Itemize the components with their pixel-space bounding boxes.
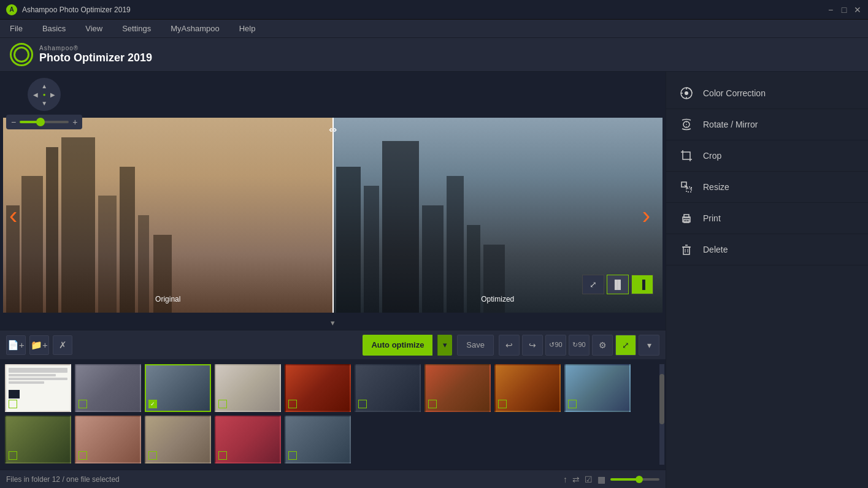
thumbnail-11-check [79, 451, 87, 460]
rotate-cw-button[interactable]: ↻90 [569, 335, 590, 356]
fullscreen-button[interactable]: ⤢ [582, 275, 604, 294]
clear-button[interactable]: ✗ [53, 335, 72, 355]
status-check-icon[interactable]: ☑ [585, 475, 593, 484]
thumbnail-13-check [218, 451, 227, 460]
menu-file[interactable]: File [6, 21, 26, 36]
thumbnail-2[interactable] [75, 364, 141, 412]
add-folder-button[interactable]: 📁+ [29, 335, 49, 355]
auto-optimize-button[interactable]: Auto optimize [363, 335, 432, 356]
single-view-button[interactable]: ▐ [631, 275, 653, 294]
settings-button[interactable]: ⚙ [592, 335, 613, 356]
more-button[interactable]: ▾ [639, 335, 659, 356]
split-view-button[interactable]: ▐▌ [607, 275, 629, 294]
split-image: ⇔ Original Optimized [3, 118, 663, 313]
zoom-plus-button[interactable]: + [72, 117, 77, 127]
strip-scrollbar[interactable] [659, 364, 664, 465]
sidebar-item-resize[interactable]: Resize [666, 172, 868, 203]
thumbnail-11[interactable] [75, 416, 141, 463]
color-correction-icon [678, 85, 694, 101]
sidebar-item-color-correction[interactable]: Color Correction [666, 78, 868, 109]
pan-left-arrow[interactable]: ◀ [33, 91, 38, 98]
add-file-button[interactable]: 📄+ [6, 335, 26, 355]
svg-point-1 [685, 91, 688, 95]
sidebar-item-rotate-mirror[interactable]: Rotate / Mirror [666, 109, 868, 140]
thumbnail-6[interactable] [355, 364, 421, 412]
pan-control[interactable]: ▲ ◀ ● ▶ ▼ [28, 78, 61, 111]
sidebar-item-print[interactable]: Print [666, 203, 868, 234]
thumbnail-10-check [9, 451, 17, 460]
sidebar-label-resize: Resize [703, 182, 729, 192]
undo-button[interactable]: ↩ [499, 335, 520, 356]
expand-button[interactable]: ⤢ [615, 335, 636, 356]
rotate-ccw-button[interactable]: ↺90 [545, 335, 566, 356]
window-title: Ashampoo Photo Optimizer 2019 [22, 6, 826, 14]
thumbnail-14-check [288, 451, 297, 460]
redo-button[interactable]: ↪ [522, 335, 543, 356]
delete-icon [678, 242, 694, 257]
next-image-button[interactable]: › [642, 202, 650, 229]
split-divider [332, 118, 334, 313]
titlebar: A Ashampoo Photo Optimizer 2019 − □ ✕ [0, 0, 868, 20]
zoom-controls: ▲ ◀ ● ▶ ▼ − + [6, 78, 82, 129]
thumbnail-3-check: ✓ [148, 400, 157, 408]
thumbnail-12-check [148, 451, 157, 460]
thumbnail-5[interactable] [285, 364, 351, 412]
pan-down-arrow[interactable]: ▼ [41, 100, 47, 107]
status-grid-icon[interactable]: ▦ [597, 475, 605, 484]
menu-basics[interactable]: Basics [39, 21, 69, 36]
status-controls: ↑ ⇄ ☑ ▦ [563, 475, 659, 484]
prev-image-button[interactable]: ‹ [9, 202, 17, 229]
toolbar: 📄+ 📁+ ✗ Auto optimize ▾ Save ↩ ↪ ↺90 ↻90… [0, 330, 666, 359]
original-image [3, 118, 333, 313]
optimized-label: Optimized [481, 295, 514, 303]
close-button[interactable]: ✕ [853, 6, 862, 14]
thumbnail-2-check [79, 400, 87, 408]
pan-center[interactable]: ● [43, 92, 46, 97]
crop-icon [678, 148, 694, 164]
zoom-slider[interactable] [20, 121, 69, 123]
main-layout: ▲ ◀ ● ▶ ▼ − + [0, 72, 868, 488]
thumbnail-10[interactable] [5, 416, 71, 463]
original-label: Original [155, 295, 180, 303]
thumbnail-7[interactable] [424, 364, 491, 412]
save-button[interactable]: Save [457, 335, 494, 356]
thumbnail-14[interactable] [285, 416, 351, 463]
resize-icon [678, 179, 694, 195]
add-file-icon: 📄+ [7, 340, 25, 351]
menu-help[interactable]: Help [236, 21, 259, 36]
logo-product: Photo Optimizer 2019 [39, 51, 152, 64]
window-controls: − □ ✕ [826, 6, 862, 14]
thumbnail-3[interactable]: ✓ [145, 364, 211, 412]
minimize-button[interactable]: − [826, 6, 835, 14]
sidebar-label-rotate-mirror: Rotate / Mirror [703, 120, 758, 129]
svg-rect-7 [683, 152, 690, 159]
status-upload-icon[interactable]: ↑ [563, 475, 567, 484]
thumbnail-12[interactable] [145, 416, 211, 463]
thumbnail-8[interactable] [494, 364, 561, 412]
pan-up-arrow[interactable]: ▲ [41, 83, 47, 90]
thumbnail-1[interactable] [5, 364, 71, 412]
menu-settings[interactable]: Settings [118, 21, 155, 36]
menu-myashampoo[interactable]: MyAshampoo [167, 21, 223, 36]
maximize-button[interactable]: □ [840, 6, 848, 14]
thumbnail-13[interactable] [215, 416, 281, 463]
pan-arrows: ▲ ◀ ● ▶ ▼ [31, 82, 57, 107]
sidebar-item-crop[interactable]: Crop [666, 140, 868, 172]
auto-optimize-dropdown-button[interactable]: ▾ [437, 335, 452, 356]
thumbnail-strip: ✓ [0, 359, 666, 470]
pan-right-arrow[interactable]: ▶ [50, 91, 55, 98]
thumbnail-9[interactable] [564, 364, 631, 412]
sidebar-item-delete[interactable]: Delete [666, 234, 868, 265]
status-zoom-slider[interactable] [610, 478, 659, 481]
menu-view[interactable]: View [82, 21, 106, 36]
rotate-mirror-icon [678, 116, 694, 132]
statusbar: Files in folder 12 / one file selected ↑… [0, 470, 666, 488]
zoom-minus-button[interactable]: − [11, 117, 16, 127]
collapse-toggle[interactable]: ▾ [0, 316, 666, 330]
image-viewer: ⇔ Original Optimized ‹ › ⤢ ▐▌ ▐ [3, 118, 663, 313]
status-swap-icon[interactable]: ⇄ [572, 475, 580, 484]
right-sidebar: Color Correction Rotate / Mirror [666, 72, 868, 488]
split-handle[interactable]: ⇔ [329, 124, 337, 135]
thumbnail-4[interactable] [215, 364, 281, 412]
clear-icon: ✗ [59, 340, 67, 351]
